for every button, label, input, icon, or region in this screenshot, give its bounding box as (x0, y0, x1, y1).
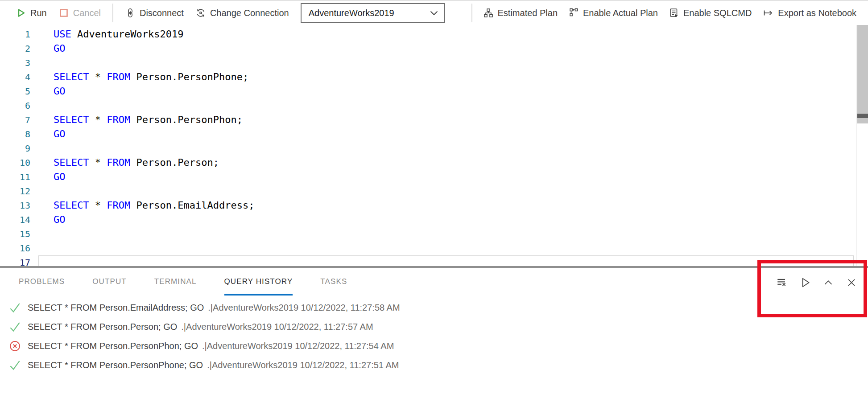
clear-history-button[interactable] (776, 275, 788, 291)
export-as-notebook-label: Export as Notebook (778, 8, 856, 18)
line-number: 2 (0, 41, 30, 56)
code-text: SELECT * FROM Person.Person; (30, 156, 219, 170)
code-text: USE AdventureWorks2019 (30, 27, 183, 41)
scrollbar-overview-marker (857, 114, 868, 118)
check-icon (9, 321, 21, 333)
enable-sqlcmd-button[interactable]: Enable SQLCMD (669, 8, 752, 18)
code-text: GO (30, 170, 66, 184)
clear-history-icon (776, 277, 788, 288)
line-number: 5 (0, 84, 30, 98)
sqlcmd-document-icon (669, 8, 679, 18)
sql-editor[interactable]: 1USE AdventureWorks20192GO34SELECT * FRO… (0, 25, 868, 266)
editor-line[interactable]: 13SELECT * FROM Person.EmailAddress; (0, 198, 868, 213)
code-text (30, 56, 54, 70)
cancel-square-icon (58, 8, 69, 18)
link-icon (125, 8, 136, 18)
line-number: 15 (0, 227, 30, 241)
query-history-row[interactable]: SELECT * FROM Person.EmailAddress; GO.|A… (0, 298, 868, 317)
code-text: SELECT * FROM Person.PersonPhone; (30, 70, 248, 84)
line-number: 6 (0, 98, 30, 113)
editor-line[interactable]: 3 (0, 56, 868, 70)
toolbar-right-group: Estimated Plan Enable Actual Plan (471, 4, 868, 22)
disconnect-button-label: Disconnect (140, 8, 184, 18)
editor-line[interactable]: 11GO (0, 170, 868, 184)
bottom-panel: PROBLEMSOUTPUTTERMINALQUERY HISTORYTASKS (0, 268, 868, 394)
editor-line[interactable]: 10SELECT * FROM Person.Person; (0, 156, 868, 170)
code-text (30, 98, 54, 113)
editor-line[interactable]: 4SELECT * FROM Person.PersonPhone; (0, 70, 868, 84)
enable-actual-plan-button[interactable]: Enable Actual Plan (568, 8, 658, 18)
editor-line[interactable]: 5GO (0, 84, 868, 98)
history-connection-timestamp: .|AdventureWorks2019 10/12/2022, 11:27:5… (208, 303, 400, 312)
code-text: GO (30, 84, 66, 98)
line-number: 8 (0, 127, 30, 141)
editor-line[interactable]: 9 (0, 141, 868, 156)
query-history-row[interactable]: SELECT * FROM Person.PersonPhone; GO.|Ad… (0, 356, 868, 375)
history-row-text: SELECT * FROM Person.PersonPhone; GO.|Ad… (28, 360, 399, 370)
enable-actual-plan-label: Enable Actual Plan (583, 8, 658, 18)
history-query: SELECT * FROM Person.EmailAddress; GO (28, 303, 204, 312)
code-text: GO (30, 41, 66, 56)
line-number: 16 (0, 241, 30, 255)
line-number: 10 (0, 156, 30, 170)
disconnect-button[interactable]: Disconnect (125, 8, 184, 18)
code-text: SELECT * FROM Person.PersonPhon; (30, 113, 243, 127)
chevron-up-icon (823, 277, 834, 288)
history-query: SELECT * FROM Person.PersonPhon; GO (28, 341, 198, 351)
estimated-plan-button[interactable]: Estimated Plan (483, 8, 558, 18)
change-connection-button-label: Change Connection (210, 8, 289, 18)
query-history-row[interactable]: SELECT * FROM Person.PersonPhon; GO.|Adv… (0, 337, 868, 356)
change-connection-button[interactable]: Change Connection (195, 8, 289, 18)
check-icon (9, 359, 21, 371)
chevron-down-icon (430, 11, 438, 16)
run-query-button[interactable] (799, 275, 811, 291)
database-dropdown-value: AdventureWorks2019 (309, 8, 394, 18)
editor-lines: 1USE AdventureWorks20192GO34SELECT * FRO… (0, 25, 868, 266)
code-text (30, 255, 54, 266)
history-query: SELECT * FROM Person.Person; GO (28, 322, 177, 332)
error-circle-icon (9, 340, 21, 352)
tab-output[interactable]: OUTPUT (92, 268, 126, 296)
run-button[interactable]: Run (16, 8, 47, 18)
scrollbar-thumb[interactable] (857, 25, 868, 123)
editor-line[interactable]: 14GO (0, 213, 868, 227)
line-number: 7 (0, 113, 30, 127)
query-history-row[interactable]: SELECT * FROM Person.Person; GO.|Adventu… (0, 317, 868, 337)
history-row-text: SELECT * FROM Person.EmailAddress; GO.|A… (28, 303, 400, 313)
code-text: GO (30, 127, 66, 141)
tab-terminal[interactable]: TERMINAL (154, 268, 197, 296)
export-as-notebook-button[interactable]: Export as Notebook (762, 8, 856, 18)
panel-tab-bar: PROBLEMSOUTPUTTERMINALQUERY HISTORYTASKS (0, 268, 868, 296)
toolbar-left-group: Run Cancel Disconnect (0, 3, 445, 23)
code-text (30, 241, 54, 255)
database-dropdown[interactable]: AdventureWorks2019 (301, 3, 445, 23)
editor-line[interactable]: 7SELECT * FROM Person.PersonPhon; (0, 113, 868, 127)
code-text (30, 227, 54, 241)
refresh-connection-icon (195, 8, 206, 18)
editor-line[interactable]: 6 (0, 98, 868, 113)
editor-line[interactable]: 1USE AdventureWorks2019 (0, 27, 868, 41)
tab-query-history[interactable]: QUERY HISTORY (224, 268, 293, 296)
line-number: 4 (0, 70, 30, 84)
cancel-button[interactable]: Cancel (58, 8, 101, 18)
close-panel-button[interactable] (846, 275, 857, 291)
toolbar-separator (112, 4, 113, 22)
editor-line[interactable]: 17 (0, 255, 868, 266)
line-number: 9 (0, 141, 30, 156)
code-text: GO (30, 213, 66, 227)
line-number: 13 (0, 198, 30, 213)
close-icon (846, 277, 857, 288)
maximize-panel-button[interactable] (823, 275, 834, 291)
history-query: SELECT * FROM Person.PersonPhone; GO (28, 360, 203, 370)
tab-tasks[interactable]: TASKS (320, 268, 347, 296)
editor-line[interactable]: 12 (0, 184, 868, 198)
editor-line[interactable]: 15 (0, 227, 868, 241)
editor-line[interactable]: 8GO (0, 127, 868, 141)
editor-line[interactable]: 16 (0, 241, 868, 255)
check-icon (9, 302, 21, 314)
cancel-button-label: Cancel (73, 8, 101, 18)
line-number: 1 (0, 27, 30, 41)
tab-problems[interactable]: PROBLEMS (19, 268, 65, 296)
run-icon (799, 277, 811, 288)
editor-line[interactable]: 2GO (0, 41, 868, 56)
